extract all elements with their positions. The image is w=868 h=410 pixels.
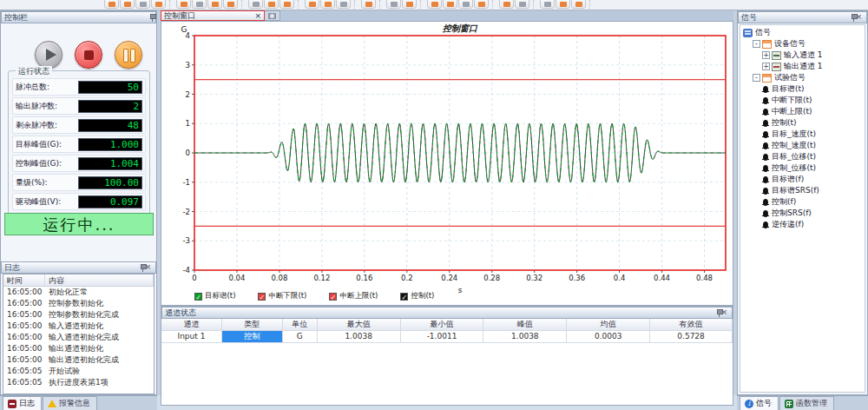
- tree-item[interactable]: 中断上限(t): [740, 106, 865, 117]
- toolbar-icon[interactable]: [248, 0, 263, 9]
- toolbar-icon[interactable]: [474, 0, 489, 9]
- chart-plot-area[interactable]: 控制窗口Gs00.040.080.120.160.20.240.280.320.…: [161, 22, 733, 307]
- control-window-chart: 控制窗口Gs00.040.080.120.160.20.240.280.320.…: [161, 21, 733, 306]
- folder-icon: [762, 74, 772, 83]
- tree-item[interactable]: -试验信号: [740, 72, 865, 83]
- signal-icon: [762, 153, 769, 162]
- toolbar-icon[interactable]: [120, 0, 135, 9]
- left-tab[interactable]: 日志: [3, 396, 42, 410]
- toolbar-icon[interactable]: [176, 0, 191, 9]
- channel-col-header: 单位: [283, 319, 318, 331]
- tab-close-icon[interactable]: ×: [254, 11, 261, 20]
- legend-item[interactable]: ✓中断下限(t): [258, 291, 306, 301]
- chart-text: 0.08: [271, 274, 287, 282]
- tree-item[interactable]: 控制(f): [740, 196, 865, 208]
- toolbar-separator: [420, 0, 424, 10]
- toolbar-icon[interactable]: [151, 0, 166, 9]
- toolbar-icon[interactable]: [192, 0, 207, 9]
- chart-text: 控制窗口: [442, 23, 478, 33]
- tab-new-window[interactable]: [265, 10, 280, 21]
- signal-panel: 信号 × 信号-设备信号+输入通道 1+输出通道 1-试验信号目标谱(t)中断下…: [737, 10, 868, 395]
- expand-icon[interactable]: +: [762, 63, 770, 70]
- collapse-icon[interactable]: -: [753, 74, 760, 82]
- tree-item[interactable]: 控制_速度(t): [740, 140, 865, 151]
- toolbar-icon[interactable]: [556, 0, 570, 9]
- toolbar-icon[interactable]: [305, 0, 319, 9]
- tree-item[interactable]: -设备信号: [740, 38, 865, 50]
- legend-checkbox[interactable]: ✓: [400, 293, 408, 301]
- channel-panel-title: 通道状态: [165, 308, 710, 319]
- start-button[interactable]: [35, 41, 62, 69]
- tree-item[interactable]: 逆传递(f): [740, 219, 865, 230]
- legend-checkbox[interactable]: ✓: [194, 293, 202, 301]
- legend-item[interactable]: ✓中断上限(t): [329, 291, 378, 301]
- legend-label: 控制(t): [411, 291, 434, 301]
- right-tab[interactable]: i信号: [740, 396, 779, 410]
- tree-item[interactable]: 信号: [740, 27, 865, 38]
- status-field-row: 驱动峰值(V):0.097: [12, 193, 146, 210]
- toolbar-icon[interactable]: [515, 0, 529, 9]
- run-status-group: 运行状态 脉冲总数:50输出脉冲数:2剩余脉冲数:48目标峰值(G):1.000…: [8, 70, 150, 218]
- pause-button[interactable]: [115, 41, 142, 69]
- tree-item[interactable]: 目标_位移(t): [740, 151, 865, 162]
- toolbar-icon[interactable]: [320, 0, 335, 9]
- toolbar-icon[interactable]: [443, 0, 457, 9]
- toolbar-icon[interactable]: [499, 0, 514, 9]
- channel-cell: G: [283, 331, 318, 343]
- toolbar-icon[interactable]: [427, 0, 442, 9]
- chart-text: 0: [192, 274, 196, 282]
- toolbar-separator: [169, 0, 174, 10]
- toolbar-icon[interactable]: [458, 0, 473, 9]
- toolbar-icon[interactable]: [540, 0, 555, 9]
- tree-item[interactable]: +输出通道 1: [740, 61, 865, 72]
- expand-icon[interactable]: +: [762, 51, 770, 59]
- tree-item[interactable]: 控制_位移(t): [740, 162, 865, 174]
- tree-item[interactable]: 控制SRS(f): [740, 208, 865, 219]
- status-field-label: 量级(%):: [16, 177, 78, 188]
- toolbar-icon[interactable]: [264, 0, 279, 9]
- legend-label: 中断下限(t): [268, 291, 306, 301]
- signal-icon: [762, 108, 769, 116]
- legend-checkbox[interactable]: ✓: [329, 293, 337, 301]
- right-tab[interactable]: 函数管理: [779, 396, 834, 410]
- tree-item[interactable]: 目标谱(t): [740, 83, 865, 95]
- legend-item[interactable]: ✓控制(t): [400, 291, 434, 301]
- toolbar-icon[interactable]: [223, 0, 238, 9]
- toolbar-icon[interactable]: [571, 0, 586, 9]
- tab-control-window[interactable]: 控制窗口 ×: [161, 10, 265, 21]
- toolbar-icon[interactable]: [361, 0, 376, 9]
- toolbar-icon[interactable]: [402, 0, 417, 9]
- toolbar-icon[interactable]: [207, 0, 222, 9]
- left-tab-label: 报警信息: [59, 398, 90, 409]
- tree-item[interactable]: 目标谱(f): [740, 174, 865, 185]
- log-entry-content: 执行进度表第1项: [45, 377, 112, 388]
- signal-icon: [762, 119, 769, 128]
- left-tab[interactable]: 报警信息: [43, 396, 97, 410]
- toolbar-icon[interactable]: [336, 0, 351, 9]
- legend-checkbox[interactable]: ✓: [258, 293, 266, 301]
- tree-item[interactable]: 中断下限(t): [740, 95, 865, 106]
- tree-item[interactable]: +输入通道 1: [740, 50, 865, 61]
- tree-item[interactable]: 控制(t): [740, 117, 865, 129]
- log-panel: 日志 × 时间 内容 16:05:00初始化正常16:05:00控制参数初始化1…: [1, 261, 156, 394]
- tree-item[interactable]: 目标谱SRS(f): [740, 185, 865, 196]
- log-list: 时间 内容 16:05:00初始化正常16:05:00控制参数初始化16:05:…: [3, 274, 155, 394]
- toolbar-icon[interactable]: [386, 0, 401, 9]
- toolbar-icon[interactable]: [135, 0, 150, 9]
- log-entry-time: 16:05:05: [3, 366, 45, 377]
- channel-panel-header: 通道状态 ×: [161, 307, 733, 319]
- toolbar-icon[interactable]: [104, 0, 119, 9]
- collapse-icon[interactable]: -: [753, 40, 760, 48]
- chart-text: -2: [183, 208, 190, 216]
- chart-text: 0.36: [569, 274, 585, 282]
- legend-item[interactable]: ✓目标谱(t): [194, 291, 235, 301]
- control-panel-title: 控制栏: [4, 12, 143, 23]
- status-field-value: 0.097: [78, 195, 142, 208]
- stop-button[interactable]: [75, 41, 102, 69]
- toolbar-icon[interactable]: [279, 0, 294, 9]
- input-channel-icon: [772, 51, 781, 60]
- chart-legend: ✓目标谱(t)✓中断下限(t)✓中断上限(t)✓控制(t): [194, 291, 434, 301]
- tree-item-label: 输出通道 1: [784, 61, 823, 72]
- tree-item[interactable]: 目标_速度(t): [740, 129, 865, 140]
- channel-row[interactable]: Input 1控制G1.0038-1.00111.00380.00030.572…: [161, 331, 733, 343]
